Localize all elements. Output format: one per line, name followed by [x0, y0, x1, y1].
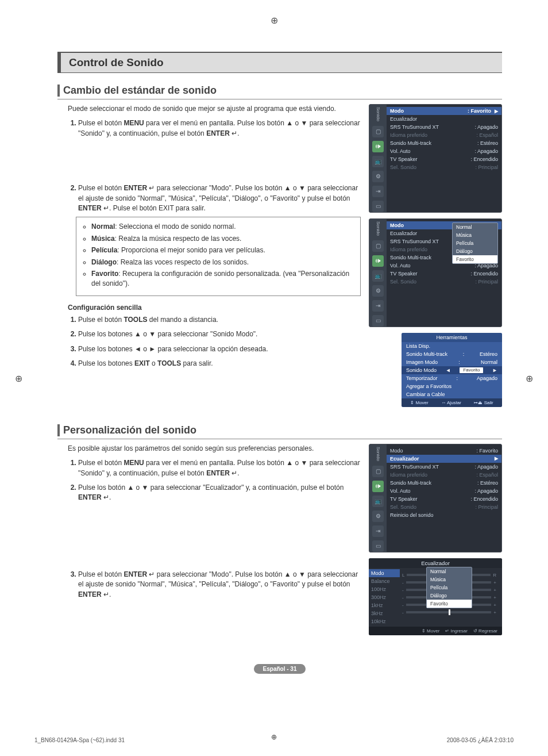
- crop-mark-right-icon: ⊕: [526, 373, 533, 383]
- input-icon: ⇥: [372, 300, 384, 312]
- input-icon: ⇥: [372, 186, 384, 197]
- step-text: Pulse el botón MENU para ver el menú en …: [78, 118, 361, 139]
- menu-row: Vol. Auto: Apagado: [387, 147, 501, 155]
- popup-option: Música: [453, 231, 497, 239]
- menu-row: Modo: Favorito▶: [387, 107, 501, 115]
- detail-item: Película: Proporciona el mejor sonido pa…: [91, 245, 354, 255]
- crop-mark-bottom-icon: ⊕: [271, 733, 277, 741]
- mode-details: Normal: Selecciona el modo de sonido nor…: [76, 217, 361, 296]
- tv-menu-panel: Sonido ▢ 🕪 📺 ⚙ ⇥ ▭ Modo: FavoritoEcualiz…: [369, 444, 502, 552]
- step-text: Pulse los botón ▲ o ▼ para seleccionar "…: [78, 483, 361, 503]
- app-icon: ▭: [372, 540, 384, 552]
- eq-label: Modo: [369, 569, 400, 577]
- input-icon: ⇥: [372, 525, 384, 537]
- eq-label: Balance: [371, 577, 398, 585]
- picture-icon: ▢: [372, 126, 384, 137]
- channel-icon: 📺: [372, 156, 384, 167]
- language-page-badge: Español - 31: [57, 653, 502, 674]
- eq-mode-popup: NormalMúsicaPelículaDiálogoFavorito: [426, 567, 472, 608]
- menu-row: Reinicio del sonido: [387, 511, 501, 519]
- popup-option: Favorito: [427, 600, 472, 608]
- menu-row: TV Speaker: Encendido: [387, 270, 501, 278]
- menu-row: TV Speaker: Encendido: [387, 495, 501, 503]
- popup-option: Favorito: [453, 255, 497, 263]
- tools-panel: Herramientas Lista Disp.Sonido Multi-tra…: [402, 333, 502, 407]
- eq-label: 100Hz: [371, 585, 398, 593]
- speaker-icon: 🕪: [372, 255, 384, 267]
- popup-option: Normal: [453, 223, 497, 231]
- popup-option: Normal: [427, 567, 472, 575]
- channel-icon: 📺: [372, 270, 384, 282]
- intro-text: Es posible ajustar los parámetros del so…: [68, 444, 361, 454]
- menu-row: TV Speaker: Encendido: [387, 155, 501, 163]
- sub-section-title: Cambio del estándar de sonido: [57, 85, 502, 99]
- easy-setup-heading: Configuración sencilla: [68, 303, 361, 313]
- speaker-icon: 🕪: [372, 481, 384, 492]
- steps-list: Pulse el botón MENU para ver el menú en …: [68, 118, 361, 139]
- easy-step: Pulse los botones EXIT o TOOLS para sali…: [78, 359, 361, 369]
- tools-row: Sonido Multi-track:Estéreo: [402, 350, 502, 358]
- menu-row: Sonido Multi-track: Estéreo: [387, 479, 501, 487]
- easy-step: Pulse los botones ◄ o ► para seleccionar…: [78, 344, 361, 354]
- popup-option: Película: [427, 584, 472, 592]
- gear-icon: ⚙: [372, 285, 384, 297]
- speaker-icon: 🕪: [372, 141, 384, 152]
- tools-row: Lista Disp.: [402, 342, 502, 350]
- tools-row: Agregar a Favoritos: [402, 382, 502, 390]
- eq-label: 300Hz: [371, 593, 398, 601]
- menu-row: SRS TruSurround XT: Apagado: [387, 463, 501, 471]
- tv-menu-panel: Sonido ▢ 🕪 📺 ⚙ ⇥ ▭ Modo: Favorito▶Ecuali…: [369, 104, 502, 213]
- menu-row: Modo: Favorito: [387, 447, 501, 455]
- detail-item: Música: Realza la música respecto de las…: [91, 234, 354, 244]
- easy-step: Pulse el botón TOOLS del mando a distanc…: [78, 315, 361, 325]
- menu-row: Ecualizador: [387, 115, 501, 123]
- step-text: Pulse el botón ENTER ↵ para seleccionar …: [78, 183, 361, 213]
- menu-row: Sel. Sonido: Principal: [387, 163, 501, 171]
- popup-option: Diálogo: [427, 592, 472, 600]
- detail-item: Normal: Selecciona el modo de sonido nor…: [91, 222, 354, 232]
- popup-option: Música: [427, 575, 472, 584]
- equalizer-panel: Ecualizador ModoBalance100Hz300Hz1kHz3kH…: [369, 558, 502, 635]
- mode-popup: NormalMúsicaPelículaDiálogoFavorito: [452, 222, 498, 264]
- menu-row: Sel. Sonido: Principal: [387, 503, 501, 511]
- eq-label: 1kHz: [371, 601, 398, 609]
- step-text: Pulse el botón MENU para ver el menú en …: [78, 458, 361, 478]
- tv-menu-panel: Sonido ▢ 🕪 📺 ⚙ ⇥ ▭ ModoEcualizadorSRS Tr…: [369, 218, 502, 327]
- detail-item: Diálogo: Realza las voces respecto de lo…: [91, 258, 354, 267]
- tools-row: Temporizador:Apagado: [402, 374, 502, 382]
- gear-icon: ⚙: [372, 171, 384, 182]
- intro-text: Puede seleccionar el modo de sonido que …: [68, 104, 361, 114]
- crop-mark-left-icon: ⊕: [15, 373, 22, 383]
- menu-row: Idioma preferido: Español: [387, 471, 501, 479]
- tools-row: Sonido Modo◄Favorito►: [402, 366, 502, 374]
- easy-steps-list: Pulse el botón TOOLS del mando a distanc…: [68, 315, 361, 369]
- app-icon: ▭: [372, 201, 384, 212]
- crop-mark-top-icon: ⊕: [271, 15, 278, 26]
- menu-row: Sel. Sonido: Principal: [387, 278, 501, 286]
- menu-row: Sonido Multi-track: Estéreo: [387, 139, 501, 147]
- tools-row: Cambiar a Cable: [402, 390, 502, 398]
- eq-label: 3kHz: [371, 609, 398, 617]
- gear-icon: ⚙: [372, 511, 384, 522]
- section-title: Control de Sonido: [57, 52, 502, 73]
- picture-icon: ▢: [372, 466, 384, 477]
- menu-row: Idioma preferido: Español: [387, 131, 501, 139]
- menu-row: Vol. Auto: Apagado: [387, 487, 501, 495]
- app-icon: ▭: [372, 315, 384, 327]
- eq-slider: -+: [402, 610, 496, 615]
- menu-row: SRS TruSurround XT: Apagado: [387, 123, 501, 131]
- picture-icon: ▢: [372, 240, 384, 252]
- detail-item: Favorito: Recupera la configuración de s…: [91, 269, 354, 289]
- popup-option: Diálogo: [453, 247, 497, 255]
- tools-row: Imagen Modo:Normal: [402, 358, 502, 366]
- eq-label: 10kHz: [371, 617, 398, 625]
- sub-section-title: Personalización del sonido: [57, 424, 502, 439]
- easy-step: Pulse los botones ▲ o ▼ para seleccionar…: [78, 329, 361, 339]
- popup-option: Película: [453, 239, 497, 247]
- channel-icon: 📺: [372, 496, 384, 507]
- menu-row: Ecualizador▶: [387, 455, 501, 463]
- step-text: Pulse el botón ENTER ↵ para seleccionar …: [78, 570, 361, 600]
